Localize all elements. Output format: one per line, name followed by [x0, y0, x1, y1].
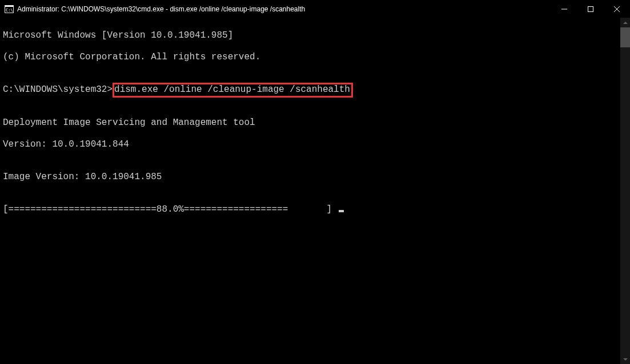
svg-text:C:\: C:\ [6, 8, 13, 13]
window-title: Administrator: C:\WINDOWS\system32\cmd.e… [17, 5, 305, 13]
maximize-button[interactable] [577, 0, 604, 18]
minimize-button[interactable] [551, 0, 577, 18]
prompt-path: C:\WINDOWS\system32> [3, 84, 113, 95]
tool-version-line: Version: 10.0.19041.844 [3, 139, 617, 150]
os-version-line: Microsoft Windows [Version 10.0.19041.98… [3, 30, 617, 41]
copyright-line: (c) Microsoft Corporation. All rights re… [3, 52, 617, 63]
scrollbar[interactable] [620, 18, 630, 364]
tool-name-line: Deployment Image Servicing and Managemen… [3, 118, 617, 128]
scroll-thumb[interactable] [620, 27, 630, 47]
image-version-line: Image Version: 10.0.19041.985 [3, 172, 617, 183]
scroll-down-arrow-icon[interactable] [620, 354, 630, 364]
terminal-output[interactable]: Microsoft Windows [Version 10.0.19041.98… [0, 18, 620, 364]
progress-line: [===========================88.0%=======… [3, 204, 617, 215]
command-highlight: dism.exe /online /cleanup-image /scanhea… [113, 83, 353, 98]
prompt-command: dism.exe /online /cleanup-image /scanhea… [114, 84, 350, 95]
cursor [339, 210, 344, 212]
titlebar[interactable]: C:\ Administrator: C:\WINDOWS\system32\c… [0, 0, 630, 18]
prompt-line: C:\WINDOWS\system32>dism.exe /online /cl… [3, 84, 617, 96]
progress-bar-text: [===========================88.0%=======… [3, 204, 338, 215]
scroll-up-arrow-icon[interactable] [620, 18, 630, 27]
cmd-icon: C:\ [5, 5, 14, 13]
close-button[interactable] [604, 0, 630, 18]
svg-rect-4 [588, 6, 593, 11]
svg-marker-7 [623, 22, 628, 24]
svg-marker-8 [623, 358, 628, 361]
window-controls [551, 0, 630, 18]
